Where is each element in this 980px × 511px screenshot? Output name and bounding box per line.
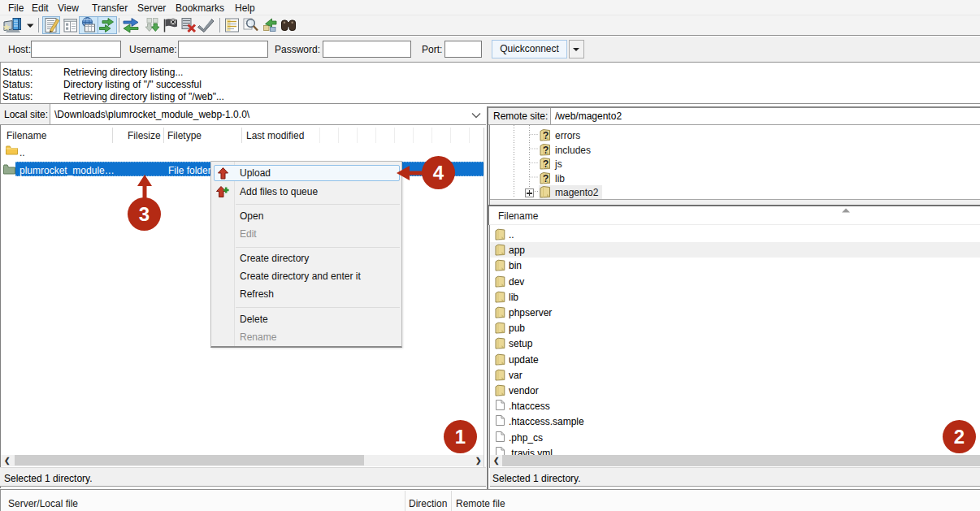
svg-text:?: ?	[543, 130, 549, 141]
svg-text:?: ?	[543, 158, 549, 170]
svg-text:?: ?	[543, 144, 549, 155]
svg-text:?: ?	[543, 172, 549, 184]
